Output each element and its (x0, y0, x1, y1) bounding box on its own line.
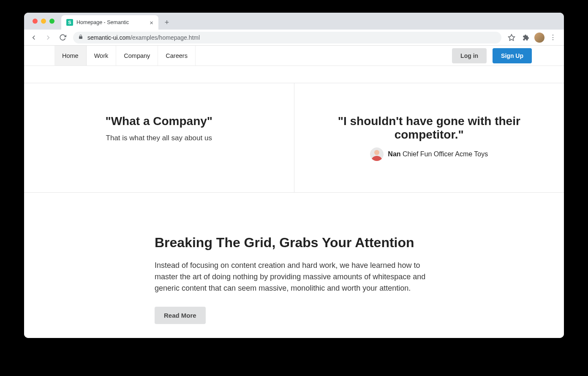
profile-avatar[interactable] (534, 33, 544, 43)
reload-button[interactable] (56, 31, 69, 44)
login-button[interactable]: Log in (452, 48, 487, 63)
tab-close-icon[interactable]: × (150, 19, 153, 26)
tab-title: Homepage - Semantic (76, 19, 146, 25)
new-tab-button[interactable]: + (161, 16, 173, 28)
text-section: Breaking The Grid, Grabs Your Attention … (146, 193, 442, 338)
quote-section: "What a Company" That is what they all s… (24, 83, 564, 193)
window-maximize-button[interactable] (49, 19, 54, 24)
browser-tab[interactable]: S Homepage - Semantic × (61, 15, 158, 30)
quote-left-headline: "What a Company" (41, 114, 277, 128)
quote-left: "What a Company" That is what they all s… (24, 83, 294, 192)
back-button[interactable] (27, 31, 40, 44)
read-more-button[interactable]: Read More (155, 307, 206, 324)
lock-icon (78, 34, 83, 41)
quote-right-headline: "I shouldn't have gone with their compet… (311, 114, 547, 142)
nav-item-home[interactable]: Home (54, 46, 87, 65)
forward-button[interactable] (42, 31, 54, 44)
address-bar: semantic-ui.com/examples/homepage.html ⋮ (24, 30, 564, 46)
attribution-name: Nan (388, 150, 400, 158)
extensions-icon[interactable] (520, 32, 532, 44)
tab-bar: S Homepage - Semantic × + (24, 13, 564, 30)
window-close-button[interactable] (33, 19, 38, 24)
url-input[interactable]: semantic-ui.com/examples/homepage.html (73, 32, 501, 44)
text-headline: Breaking The Grid, Grabs Your Attention (155, 235, 433, 251)
quote-right: "I shouldn't have gone with their compet… (294, 83, 564, 192)
attribution-title: Chief Fun Officer Acme Toys (403, 150, 488, 158)
url-text: semantic-ui.com/examples/homepage.html (87, 34, 200, 41)
nav-right: Log in Sign Up (452, 46, 534, 65)
toolbar-right: ⋮ (506, 32, 561, 44)
avatar-icon (370, 147, 384, 161)
svg-marker-0 (509, 34, 515, 40)
site-nav: Home Work Company Careers Log in Sign Up (24, 46, 564, 66)
favicon-icon: S (66, 19, 73, 26)
browser-window: S Homepage - Semantic × + semantic-ui.co… (24, 13, 564, 338)
attribution-text: Nan Chief Fun Officer Acme Toys (388, 150, 488, 158)
window-controls (28, 13, 59, 30)
nav-item-careers[interactable]: Careers (158, 46, 196, 65)
menu-icon[interactable]: ⋮ (547, 32, 559, 44)
star-icon[interactable] (506, 32, 517, 44)
text-body: Instead of focusing on content creation … (155, 260, 433, 294)
nav-item-work[interactable]: Work (87, 46, 117, 65)
quote-left-sub: That is what they all say about us (41, 134, 277, 142)
window-minimize-button[interactable] (41, 19, 46, 24)
page-content: Home Work Company Careers Log in Sign Up… (24, 46, 564, 338)
quote-attribution: Nan Chief Fun Officer Acme Toys (311, 147, 547, 161)
signup-button[interactable]: Sign Up (493, 48, 532, 63)
nav-item-company[interactable]: Company (116, 46, 158, 65)
